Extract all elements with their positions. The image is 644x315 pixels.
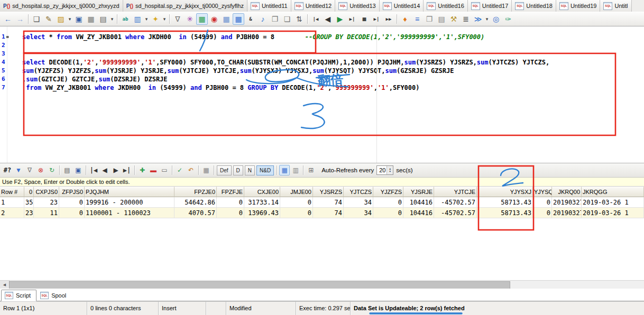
breakpoint-grid-icon[interactable]: ◉	[208, 13, 220, 25]
format-nd-button[interactable]: N&D	[256, 165, 274, 175]
column-header-row#[interactable]: Row #	[0, 187, 24, 197]
column-header-yjsrje[interactable]: YJSRJE	[403, 187, 434, 197]
sort-icon[interactable]: ⇅	[293, 13, 305, 25]
column-header-yjysxj[interactable]: YJYSXJ	[477, 187, 533, 197]
auto-refresh-spinner[interactable]: ▲▼	[387, 166, 393, 174]
column-header-fpzfje[interactable]: FPZFJE	[217, 187, 244, 197]
output-tab-spool[interactable]: SQLSpool	[36, 290, 72, 301]
clear-filter-icon[interactable]: ✳	[184, 13, 196, 25]
post-changes-icon[interactable]: ✓	[174, 165, 185, 175]
table-cell[interactable]: 0	[373, 197, 403, 208]
format-d-button[interactable]: D	[233, 165, 243, 175]
table-cell[interactable]: 0	[533, 208, 552, 218]
find-in-files-icon[interactable]: ◎	[490, 13, 502, 25]
table-cell[interactable]: 104416	[403, 197, 434, 208]
column-header-yjysqt[interactable]: YJYSQT	[533, 187, 552, 197]
last-record-icon[interactable]: ▶|	[122, 165, 132, 175]
table-cell[interactable]: 0	[373, 208, 403, 218]
table-cell[interactable]: 31733.14	[244, 197, 280, 208]
sort-dropdown-icon[interactable]: ▼	[13, 165, 24, 175]
document-tab[interactable]: SQLUntitled19	[556, 0, 601, 12]
table-cell[interactable]: 13969.43	[244, 208, 280, 218]
table-cell[interactable]: 0	[59, 197, 85, 208]
table-cell[interactable]: 20190327	[552, 197, 582, 208]
table-cell[interactable]: 2019-03-26 1	[582, 208, 644, 218]
refresh-icon[interactable]: ↻	[47, 165, 57, 175]
table-cell[interactable]: 0	[59, 208, 85, 218]
indent-icon[interactable]: ≡	[411, 13, 423, 25]
nav-forward-icon[interactable]: →	[14, 13, 26, 25]
save-as-icon[interactable]: ▦	[85, 13, 97, 25]
prior-record-icon[interactable]: ◀	[99, 165, 110, 175]
new-editor-icon[interactable]: ✎	[43, 13, 54, 25]
list-icon[interactable]: ≣	[460, 13, 472, 25]
table-cell[interactable]: 74	[313, 208, 344, 218]
document-tab[interactable]: SQLUntitled12	[291, 0, 336, 12]
column-header-pjqjhm[interactable]: PJQJHM	[85, 187, 174, 197]
new-file-icon[interactable]: ❏	[31, 13, 42, 25]
remove-filter-icon[interactable]: ⊗	[35, 165, 46, 175]
export-icon[interactable]: ▤	[436, 13, 447, 25]
more-dropdown-icon[interactable]: ▾	[484, 13, 490, 25]
scroll-left-icon[interactable]: ◀	[0, 281, 10, 289]
flashlight-dropdown-icon[interactable]: ▾	[162, 13, 167, 25]
column-header-yjtcje[interactable]: YJTCJE	[434, 187, 477, 197]
run-to-cursor-icon[interactable]: ▶|	[371, 13, 382, 25]
table-cell[interactable]: 35	[24, 197, 34, 208]
more-actions-icon[interactable]: ≫	[472, 13, 484, 25]
document-tab[interactable]: P()sd_hospital.sp_zy_jkkjxx_tj0000_zysfy…	[123, 0, 247, 12]
column-header-yjtczs[interactable]: YJTCZS	[344, 187, 373, 197]
hammer-icon[interactable]: ⚒	[448, 13, 459, 25]
save-icon[interactable]: ▣	[73, 13, 85, 25]
first-record-icon[interactable]: |◀	[88, 165, 99, 175]
flashlight-icon[interactable]: ✦	[150, 13, 161, 25]
table-cell[interactable]: 104416	[403, 208, 434, 218]
document-tab[interactable]: P()sd_hospital.sp_zy_jkkjxx_tj0000_zhxyy…	[0, 0, 123, 12]
save-grid-icon[interactable]: ▣	[73, 165, 84, 175]
run-script-icon[interactable]: ▶▶	[383, 13, 394, 25]
table-cell[interactable]: 20190327	[552, 208, 582, 218]
table-cell[interactable]: 74	[313, 197, 344, 208]
column-header-yjzfzs[interactable]: YJZFZS	[373, 187, 403, 197]
stop-icon[interactable]: ■	[358, 13, 370, 25]
next-record-icon[interactable]: ▶	[111, 165, 121, 175]
table-cell[interactable]: -45702.57	[434, 197, 477, 208]
row-filter-icon[interactable]: #?	[2, 165, 13, 175]
format-def-button[interactable]: Def	[217, 165, 232, 175]
columns-dropdown-icon[interactable]: ▾	[144, 13, 149, 25]
table-cell[interactable]: 23	[34, 197, 59, 208]
table-cell[interactable]: 0	[217, 208, 244, 218]
grid-view-icon[interactable]: ▦	[279, 165, 290, 175]
format-n-button[interactable]: N	[245, 165, 255, 175]
column-header-jmje00[interactable]: JMJE00	[280, 187, 313, 197]
run-next-icon[interactable]: ▶|	[346, 13, 358, 25]
column-header-zfpjs0[interactable]: ZFPJS0	[59, 187, 85, 197]
table-cell[interactable]: 0	[280, 197, 313, 208]
output-tab-script[interactable]: SQLScript	[1, 290, 36, 301]
format-icon[interactable]: ✑	[502, 13, 514, 25]
table-cell[interactable]: 0	[533, 197, 552, 208]
ampersand-icon[interactable]: &	[245, 13, 256, 25]
delete-record-icon[interactable]: ▬	[148, 165, 159, 175]
table-cell[interactable]: 2	[0, 208, 24, 218]
horizontal-scrollbar[interactable]: ◀	[0, 280, 644, 289]
column-header-0[interactable]: 0	[24, 187, 34, 197]
nav-back-icon[interactable]: ←	[2, 13, 14, 25]
table-cell[interactable]: 0	[280, 208, 313, 218]
print-icon[interactable]: ▤	[97, 13, 109, 25]
copy-doc-icon[interactable]: ❐	[269, 13, 281, 25]
table-cell[interactable]: 34	[344, 208, 373, 218]
goto-first-icon[interactable]: |◀	[310, 13, 321, 25]
print-grid-icon[interactable]: ▤	[62, 165, 72, 175]
pin-grid-icon[interactable]: ▦	[220, 13, 232, 25]
run-icon[interactable]: ▶	[334, 13, 346, 25]
preview-icon[interactable]: ▦	[201, 165, 211, 175]
result-grid-icon[interactable]: ▦	[196, 13, 208, 25]
document-tab[interactable]: SQLUntitled16	[424, 0, 468, 12]
table-cell[interactable]: -45702.57	[434, 208, 477, 218]
auto-refresh-interval-input[interactable]: 20 ▲▼	[376, 165, 393, 175]
filter-data-icon[interactable]: ∇	[24, 165, 35, 175]
sql-editor[interactable]: 1234567 select * from VW_ZY_JKB001 where…	[0, 26, 644, 163]
column-header-jkrq00[interactable]: JKRQ00	[552, 187, 582, 197]
verify-grid-icon[interactable]: ▦	[233, 13, 244, 25]
